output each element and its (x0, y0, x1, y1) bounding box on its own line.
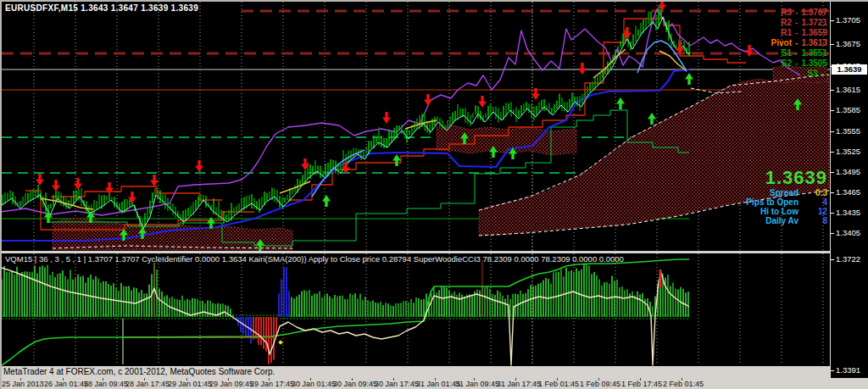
tick-dash (831, 192, 834, 193)
time-label: 28 Jan 09:45 (84, 380, 128, 388)
time-tick (557, 378, 558, 381)
pivot-level-value: 1.3505 (801, 58, 827, 68)
pivot-level-name: S3 (807, 69, 817, 78)
buy-arrow-icon (616, 97, 625, 109)
axis-tick-1.3391: 1.3391 (831, 365, 860, 375)
axis-tick-1.3615: 1.3615 (831, 85, 860, 94)
indicator-header: VQM15 | 36 , 3 , 5 , 1 | 1.3707 1.3707 C… (5, 254, 624, 264)
time-label: 25 Jan 2013 (2, 380, 44, 388)
current-price-tag: 1.3639 (832, 64, 867, 75)
sell-arrow-icon (52, 180, 60, 192)
pivot-separator: - (795, 8, 798, 17)
info-value: 4 (805, 197, 827, 207)
pivot-level-value: 1.3659 (801, 28, 827, 37)
panel-separator[interactable] (0, 251, 830, 253)
axis-tick-1.3495: 1.3495 (831, 167, 860, 176)
time-tick (515, 378, 516, 381)
time-tick (186, 378, 187, 381)
sell-arrow-icon (382, 112, 391, 124)
tick-dash (831, 259, 834, 260)
time-tick (103, 378, 103, 381)
pivot-separator: - (795, 48, 798, 58)
time-label: 29 Jan 01:45 (168, 380, 212, 388)
axis-tick-1.3722: 1.3722 (831, 254, 860, 264)
tick-label: 1.3585 (836, 105, 860, 114)
sell-arrow-icon (478, 96, 487, 108)
main-chart-layer (0, 0, 830, 251)
sell-arrow-icon (150, 175, 159, 186)
time-tick (393, 378, 394, 381)
pivot-separator: - (795, 58, 798, 68)
tick-dash (831, 44, 834, 45)
pivot-level-name: R3 (781, 8, 792, 17)
pivot-level-name: R2 (781, 18, 792, 27)
tick-label: 1.3722 (836, 254, 860, 264)
time-tick (640, 378, 641, 381)
pivot-label-s2: S2-1.3505 (782, 58, 827, 68)
pivot-label-s3: S3- (807, 69, 827, 78)
axis-tick-1.3585: 1.3585 (831, 105, 860, 114)
pivot-level-value: 1.3613 (801, 38, 827, 47)
time-tick (144, 378, 145, 381)
time-tick (682, 378, 682, 381)
window-border-top (0, 0, 868, 2)
sell-arrow-icon (74, 178, 82, 190)
pivot-level-value: 1.3767 (801, 8, 827, 17)
mt4-chart-window: EURUSDFXF,M15 1.3643 1.3647 1.3639 1.363… (0, 0, 868, 389)
pivot-separator: - (795, 38, 798, 47)
time-label: 29 Jan 17:45 (250, 380, 294, 388)
time-label: 28 Jan 17:45 (125, 380, 170, 388)
sell-arrow-icon (578, 63, 587, 75)
tick-dash (831, 20, 834, 21)
tick-label: 1.3391 (836, 365, 860, 375)
axis-tick-1.3435: 1.3435 (831, 208, 860, 217)
info-value: 8 (805, 216, 827, 225)
time-label: 1 Feb 09:45 (580, 380, 620, 388)
pivot-separator: - (821, 69, 824, 78)
status-bar: MetaTrader 4 at FOREX.com, c 2001-2012, … (0, 366, 830, 378)
time-axis[interactable]: 25 Jan 201326 Jan 01:4528 Jan 09:4528 Ja… (0, 378, 868, 389)
info-label: Hi to Low (760, 207, 798, 216)
pivot-level-name: S1 (782, 48, 792, 58)
sell-arrow-icon (36, 174, 44, 186)
indicator-panel-layer (2, 253, 823, 365)
tick-label: 1.3405 (836, 228, 860, 237)
sell-arrow-icon (195, 160, 203, 172)
time-label: 31 Jan 09:45 (455, 380, 499, 388)
info-row-hi-to-low: Hi to Low12 (760, 207, 827, 216)
tick-label: 1.3495 (836, 167, 860, 176)
pivot-level-value: 1.3721 (801, 18, 827, 27)
axis-tick-1.3405: 1.3405 (831, 228, 860, 237)
window-border-left (0, 0, 2, 389)
pivot-label-r1: R1-1.3659 (781, 28, 827, 37)
axis-tick-1.3675: 1.3675 (831, 39, 860, 48)
sell-arrow-icon (424, 94, 432, 106)
time-label: 2 Feb 01:45 (663, 380, 704, 388)
tick-label: 1.3705 (836, 15, 860, 25)
tick-label: 1.3435 (836, 208, 860, 217)
tick-dash (831, 233, 834, 234)
time-label: 1 Feb 17:45 (621, 380, 662, 388)
time-label: 31 Jan 17:45 (497, 380, 541, 388)
time-tick (352, 378, 353, 381)
tick-dash (831, 213, 834, 214)
pivot-label-s1: S1-1.3551 (782, 48, 827, 58)
pivot-label-pivot: Pivot-1.3613 (771, 38, 827, 47)
tick-dash (831, 152, 834, 153)
tick-dash (831, 370, 834, 371)
info-row-spread: Spread0.3 (770, 188, 827, 197)
tick-dash (831, 90, 834, 91)
axis-tick-1.3525: 1.3525 (831, 147, 860, 156)
pivot-separator: - (795, 18, 798, 27)
pivot-level-name: S2 (782, 58, 792, 68)
tick-label: 1.3465 (836, 187, 860, 197)
time-label: 26 Jan 01:45 (44, 380, 88, 388)
tick-label: 1.3525 (836, 147, 860, 156)
time-label: 30 Jan 01:45 (292, 380, 336, 388)
sell-arrow-icon (745, 45, 754, 57)
info-label: Daily Av (765, 216, 798, 225)
buy-arrow-icon (685, 73, 693, 85)
pivot-level-value: 1.3551 (801, 48, 827, 58)
chart-canvas[interactable] (0, 0, 868, 389)
axis-tick-1.3465: 1.3465 (831, 187, 860, 197)
